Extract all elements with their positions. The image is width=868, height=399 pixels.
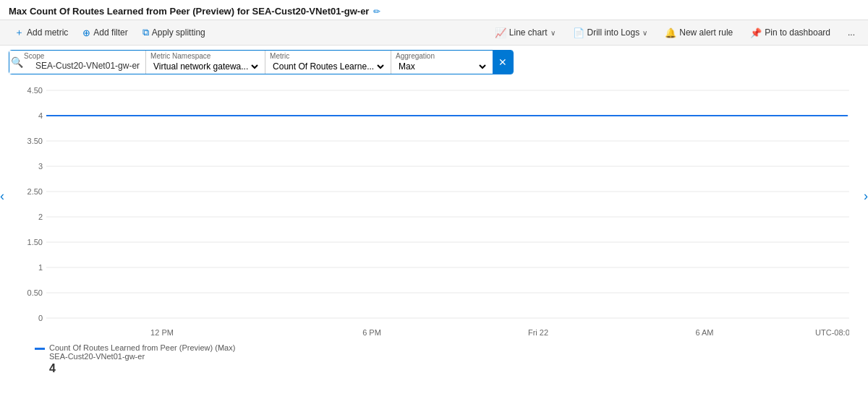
svg-text:0.50: 0.50 [27,288,43,297]
filter-row: 🔍 Scope SEA-Cust20-VNet01-gw-er Metric N… [0,46,868,79]
svg-text:1.50: 1.50 [27,238,43,246]
apply-splitting-label: Apply splitting [152,27,205,38]
svg-text:3.50: 3.50 [27,137,43,145]
page-header: Max Count Of Routes Learned from Peer (P… [0,0,868,20]
namespace-section: Metric Namespace Virtual network gatewa.… [146,51,265,74]
namespace-select[interactable]: Virtual network gatewa... [150,61,260,72]
add-metric-button[interactable]: ＋ Add metric [9,23,74,42]
add-metric-label: Add metric [27,27,68,38]
svg-text:1: 1 [38,263,43,272]
legend-text-group: Count Of Routes Learned from Peer (Previ… [49,343,235,361]
pin-icon: 📌 [750,27,762,38]
metric-label: Metric [270,52,386,61]
svg-text:0: 0 [38,314,43,322]
drill-logs-label: Drill into Logs [587,27,640,38]
pin-to-dashboard-button[interactable]: 📌 Pin to dashboard [746,25,835,41]
aggregation-section: Aggregation Max Min Avg Count Sum [391,51,493,74]
toolbar-right: 📈 Line chart ∨ 📄 Drill into Logs ∨ 🔔 New… [490,25,859,41]
namespace-label: Metric Namespace [150,52,260,61]
svg-text:2.50: 2.50 [27,187,43,196]
legend-item: Count Of Routes Learned from Peer (Previ… [35,343,833,361]
legend-color-bar [35,348,45,350]
chart-nav-left[interactable]: ‹ [0,189,4,204]
svg-text:4.50: 4.50 [27,86,43,95]
drill-into-logs-button[interactable]: 📄 Drill into Logs ∨ [569,25,652,41]
svg-text:Fri 22: Fri 22 [528,328,548,337]
line-chart-button[interactable]: 📈 Line chart ∨ [490,25,560,41]
chart-nav-right[interactable]: › [864,189,868,204]
add-filter-icon: ⊕ [82,27,90,38]
add-filter-button[interactable]: ⊕ Add filter [77,25,133,41]
svg-text:4: 4 [38,111,43,120]
svg-text:6 AM: 6 AM [695,328,713,337]
metric-section: Metric Count Of Routes Learne... [265,51,391,74]
line-chart-icon: 📈 [495,27,506,38]
scope-label: Scope [24,52,140,61]
aggregation-select[interactable]: Max Min Avg Count Sum [396,61,488,72]
toolbar-left: ＋ Add metric ⊕ Add filter ⧉ Apply splitt… [9,23,211,42]
alert-rule-label: New alert rule [679,27,733,38]
edit-icon[interactable]: ✏ [373,7,380,17]
pin-label: Pin to dashboard [765,27,830,38]
svg-text:2: 2 [38,213,43,221]
drill-logs-icon: 📄 [573,27,584,38]
page-title: Max Count Of Routes Learned from Peer (P… [9,6,369,17]
svg-text:UTC-08:00: UTC-08:00 [815,328,849,337]
legend-area: Count Of Routes Learned from Peer (Previ… [0,339,868,379]
line-chart-chevron: ∨ [550,29,556,37]
svg-text:12 PM: 12 PM [150,328,174,337]
scope-value[interactable]: SEA-Cust20-VNet01-gw-er [24,61,140,71]
filter-group: 🔍 Scope SEA-Cust20-VNet01-gw-er Metric N… [9,50,514,74]
scope-icon: 🔍 [11,56,23,68]
toolbar: ＋ Add metric ⊕ Add filter ⧉ Apply splitt… [0,20,868,46]
legend-value: 4 [35,362,833,375]
more-options-label: ... [848,27,855,38]
legend-label: Count Of Routes Learned from Peer (Previ… [49,343,235,352]
scope-section: 🔍 Scope SEA-Cust20-VNet01-gw-er [9,51,146,74]
more-options-button[interactable]: ... [843,25,859,40]
aggregation-label: Aggregation [396,52,488,61]
drill-logs-chevron: ∨ [642,29,647,37]
filter-close-button[interactable]: ✕ [493,51,513,74]
chart-area: 4.50 4 3.50 3 2.50 2 1.50 1 0.50 0 12 PM… [17,79,851,339]
legend-scope: SEA-Cust20-VNet01-gw-er [49,352,235,361]
svg-text:3: 3 [38,162,43,171]
line-chart-label: Line chart [509,27,548,38]
add-filter-label: Add filter [93,27,127,38]
apply-splitting-button[interactable]: ⧉ Apply splitting [137,24,211,41]
chart-svg: 4.50 4 3.50 3 2.50 2 1.50 1 0.50 0 12 PM… [17,79,849,339]
chart-wrapper: ‹ › 4.50 4 3.50 3 2.50 2 1.50 [0,79,868,339]
apply-splitting-icon: ⧉ [142,27,149,38]
new-alert-rule-button[interactable]: 🔔 New alert rule [660,25,737,41]
add-metric-icon: ＋ [14,26,24,39]
svg-text:6 PM: 6 PM [362,328,381,337]
alert-rule-icon: 🔔 [665,27,676,38]
metric-select[interactable]: Count Of Routes Learne... [270,61,386,72]
